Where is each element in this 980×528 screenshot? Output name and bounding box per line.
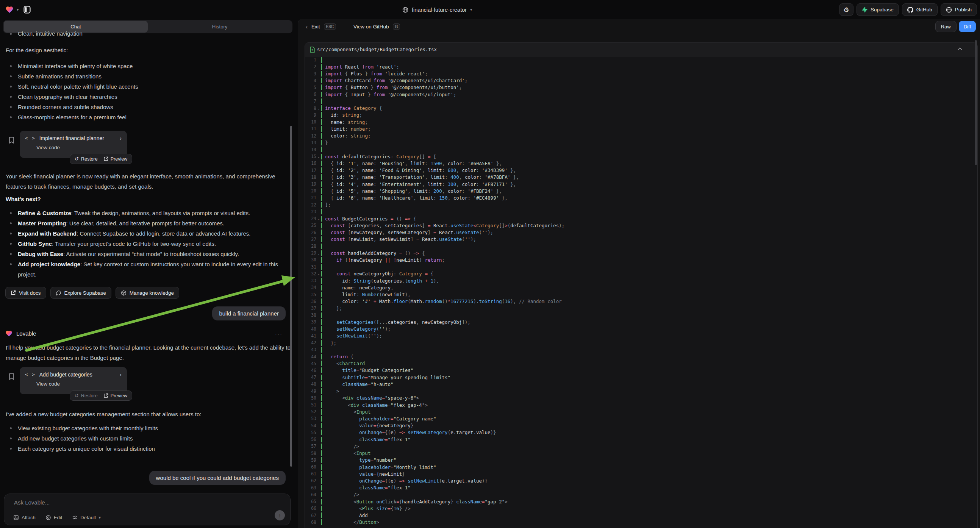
explore-supabase-button[interactable]: Explore Supabase <box>50 287 111 299</box>
fold-spacer <box>316 239 321 240</box>
fold-spacer <box>316 101 321 102</box>
code-line: 41 setNewLimit(''); <box>305 332 977 339</box>
bullet-dot <box>10 106 12 108</box>
line-number: 54 <box>305 423 316 428</box>
fold-spacer <box>316 391 321 392</box>
code-line: 30 if (!newCategory || !newLimit) return… <box>305 256 977 263</box>
exit-button[interactable]: Exit <box>312 24 320 30</box>
code-line: 64 /> <box>305 491 977 498</box>
supabase-button[interactable]: Supabase <box>856 3 899 16</box>
preview-button[interactable]: Preview <box>103 156 127 162</box>
line-number: 44 <box>305 354 316 359</box>
fold-spacer <box>316 515 321 516</box>
fold-spacer <box>316 349 321 350</box>
chat-scrollbar[interactable] <box>290 126 292 467</box>
fold-chevron-icon[interactable]: ⌄ <box>316 272 321 276</box>
line-number: 52 <box>305 409 316 414</box>
chat-bubble-icon <box>56 290 61 296</box>
message-menu-button[interactable]: ··· <box>275 331 283 337</box>
code-scrollbar[interactable] <box>975 40 977 165</box>
fold-spacer <box>316 287 321 288</box>
code-line: 3import { Plus } from 'lucide-react'; <box>305 70 977 77</box>
code-line: 66 <Plus size={16} /> <box>305 505 977 512</box>
code-line: 50 <div className="space-y-6"> <box>305 395 977 401</box>
bullet-dot <box>10 86 12 87</box>
file-header[interactable]: src/components/budget/BudgetCategories.t… <box>305 43 977 56</box>
fold-chevron-icon[interactable]: ⌄ <box>316 251 321 255</box>
code-diff-view[interactable]: 1 2import React from 'react';3import { P… <box>305 56 977 528</box>
line-number: 10 <box>305 119 316 125</box>
restore-button[interactable]: ↺ Restore <box>75 393 98 398</box>
code-line: 32⌄ const newCategoryObj: Category = { <box>305 270 977 277</box>
chat-input-box[interactable]: Attach Edit Default ▾ ↑ <box>4 493 291 525</box>
fold-chevron-icon[interactable]: ⌄ <box>316 106 321 110</box>
settings-button[interactable]: ⚙ <box>839 3 853 16</box>
fold-spacer <box>316 467 321 468</box>
edit-button[interactable]: Edit <box>45 515 62 520</box>
fold-spacer <box>316 501 321 502</box>
line-number: 2 <box>305 64 316 69</box>
lovable-logo-heart-icon[interactable] <box>5 6 14 13</box>
list-item: View existing budget categories with the… <box>0 423 286 433</box>
fold-spacer <box>316 446 321 447</box>
fold-spacer <box>316 301 321 302</box>
bookmark-icon[interactable] <box>9 137 14 144</box>
code-line: 11 limit: number; <box>305 126 977 132</box>
line-number: 51 <box>305 402 316 407</box>
bullet-dot <box>10 116 12 118</box>
bullet-dot <box>10 427 12 429</box>
top-bar: ▾ financial-future-creator ▾ ⚙ Supabase <box>0 0 980 19</box>
fold-spacer <box>316 508 321 509</box>
fold-chevron-icon[interactable]: ⌄ <box>316 217 321 221</box>
toggle-sidebar-button[interactable] <box>22 4 33 15</box>
fold-spacer <box>316 66 321 67</box>
diff-toggle-button[interactable]: Diff <box>959 21 976 32</box>
fold-spacer <box>316 315 321 315</box>
back-chevron-icon[interactable]: ‹ <box>306 24 308 30</box>
code-line: 20 { id: '5', name: 'Shopping', limit: 2… <box>305 188 977 194</box>
code-line: 44 return ( <box>305 353 977 360</box>
bullet-dot <box>10 243 12 245</box>
publish-button[interactable]: Publish <box>940 3 977 16</box>
fold-chevron-icon[interactable]: ⌄ <box>316 154 321 159</box>
fold-spacer <box>316 94 321 95</box>
fold-spacer <box>316 487 321 488</box>
raw-toggle-button[interactable]: Raw <box>935 21 956 32</box>
quick-actions: Visit docs Explore Supabase Manage knowl… <box>5 287 179 299</box>
attach-button[interactable]: Attach <box>13 515 36 520</box>
bullet-dot <box>10 212 12 214</box>
fold-spacer <box>316 453 321 454</box>
target-icon <box>45 515 51 520</box>
fold-spacer <box>316 129 321 129</box>
restore-button[interactable]: ↺ Restore <box>75 156 98 162</box>
visit-docs-button[interactable]: Visit docs <box>5 287 46 299</box>
line-number: 11 <box>305 126 316 132</box>
line-number: 33 <box>305 278 316 283</box>
code-line: 22]; <box>305 202 977 208</box>
line-number: 24 <box>305 216 316 221</box>
mode-selector[interactable]: Default ▾ <box>72 515 101 520</box>
bookmark-icon[interactable] <box>9 373 14 380</box>
preview-button[interactable]: Preview <box>103 393 127 398</box>
fold-spacer <box>316 398 321 398</box>
line-number: 34 <box>305 285 316 290</box>
code-line: 46 title="Budget Categories" <box>305 367 977 374</box>
view-code-link[interactable]: View code <box>37 381 122 387</box>
list-item: Rounded corners and subtle shadows <box>0 102 286 112</box>
view-on-github-button[interactable]: View on GitHub <box>353 24 389 30</box>
collapse-chevron-icon[interactable] <box>958 47 962 50</box>
line-number: 65 <box>305 499 316 504</box>
project-chevron-down-icon: ▾ <box>470 7 473 12</box>
logo-chevron-down-icon[interactable]: ▾ <box>17 7 19 12</box>
tab-history[interactable]: History <box>148 21 292 33</box>
manage-knowledge-button[interactable]: Manage knowledge <box>116 287 179 299</box>
github-button[interactable]: GitHub <box>902 3 937 16</box>
fold-spacer <box>316 232 321 233</box>
project-switcher[interactable]: financial-future-creator ▾ <box>402 0 473 19</box>
esc-keycap: ESC <box>324 24 336 30</box>
chat-input[interactable] <box>14 499 241 506</box>
external-link-icon <box>11 290 16 296</box>
view-code-link[interactable]: View code <box>37 145 122 150</box>
send-button[interactable]: ↑ <box>275 510 285 520</box>
line-number: 37 <box>305 306 316 311</box>
